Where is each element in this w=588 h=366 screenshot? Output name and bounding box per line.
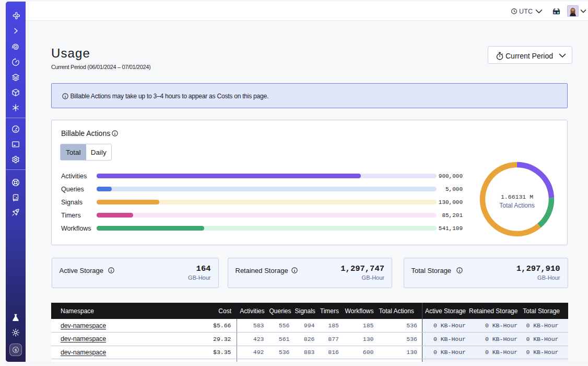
svg-text:$: $ <box>15 348 17 352</box>
